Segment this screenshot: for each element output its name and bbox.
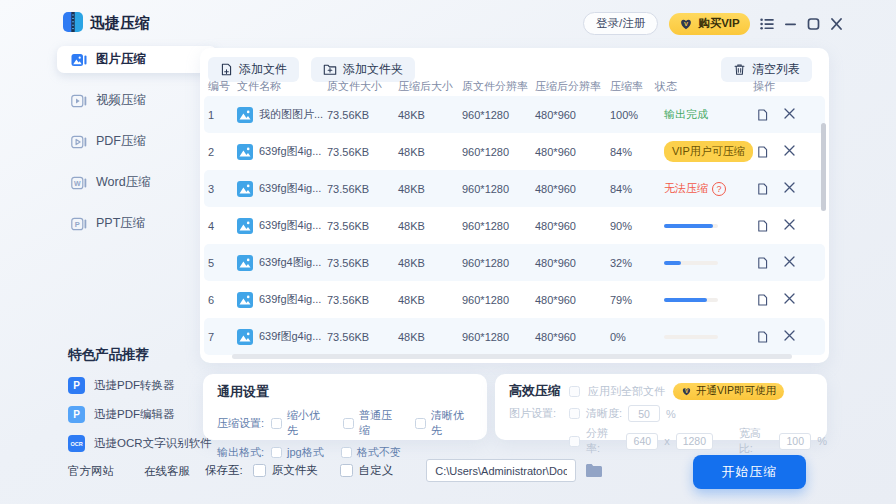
filename-text: 639fg4图ig... <box>259 255 321 270</box>
cell-number: 2 <box>208 146 237 158</box>
question-circle-icon[interactable]: ? <box>712 182 726 196</box>
cell-compression-rate: 90% <box>610 220 655 232</box>
start-compress-button[interactable]: 开始压缩 <box>693 455 806 489</box>
file-image-icon <box>237 329 253 345</box>
promo-item[interactable]: P迅捷PDF编辑器 <box>68 406 212 423</box>
app-title: 迅捷压缩 <box>90 14 150 33</box>
cell-status <box>655 335 753 339</box>
remove-file-icon[interactable] <box>784 145 795 159</box>
svg-text:V: V <box>684 20 688 26</box>
cell-compression-rate: 32% <box>610 257 655 269</box>
cell-original-size: 73.56KB <box>327 146 398 158</box>
column-header: 状态 <box>655 79 753 94</box>
cell-original-resolution: 960*1280 <box>462 257 535 269</box>
clarity-input[interactable] <box>628 405 660 422</box>
open-file-icon[interactable] <box>756 293 769 307</box>
add-folder-label: 添加文件夹 <box>343 61 403 78</box>
cell-compressed-resolution: 480*960 <box>535 220 610 232</box>
remove-file-icon[interactable] <box>784 256 795 270</box>
buy-vip-button[interactable]: V 购买VIP <box>669 13 750 35</box>
vip-heart-icon: V <box>679 18 693 30</box>
progress-fill <box>664 224 713 228</box>
promo-item[interactable]: OCR迅捷OCR文字识别软件 <box>68 435 212 452</box>
save-path-input[interactable] <box>426 459 576 482</box>
cell-original-size: 73.56KB <box>327 257 398 269</box>
pdf-converter-icon: P <box>68 377 85 394</box>
open-file-icon[interactable] <box>756 219 769 233</box>
login-register-button[interactable]: 登录/注册 <box>583 12 658 35</box>
cell-status <box>655 261 753 265</box>
remove-file-icon[interactable] <box>784 293 795 307</box>
apply-all-label: 应用到全部文件 <box>588 384 665 399</box>
remove-file-icon[interactable] <box>784 330 795 344</box>
filename-text: 639fg图4ig... <box>259 292 321 307</box>
table-row: 7639f图g4ig...73.56KB48KB960*1280480*9600… <box>204 318 825 355</box>
footer-link-online-support[interactable]: 在线客服 <box>144 464 190 479</box>
progress-fill <box>664 261 681 265</box>
resolution-height-input[interactable] <box>676 433 713 450</box>
option-checkbox[interactable] <box>271 418 282 429</box>
column-header: 压缩后分辨率 <box>535 79 610 94</box>
open-file-icon[interactable] <box>756 182 769 196</box>
apply-all-checkbox[interactable] <box>569 386 580 397</box>
cell-number: 6 <box>208 294 237 306</box>
cell-original-resolution: 960*1280 <box>462 331 535 343</box>
sidebar-item-label: PPT压缩 <box>96 215 145 232</box>
open-file-icon[interactable] <box>756 256 769 270</box>
remove-file-icon[interactable] <box>784 182 795 196</box>
open-vip-badge[interactable]: V 开通VIP即可使用 <box>673 383 784 400</box>
resolution-checkbox[interactable] <box>569 436 580 447</box>
horizontal-scrollbar[interactable] <box>232 354 792 359</box>
settings-row: 压缩设置:缩小优先普通压缩清晰优先 <box>217 408 487 438</box>
browse-folder-icon[interactable] <box>585 463 603 478</box>
sidebar-item-ppt[interactable]: PPPT压缩 <box>57 210 217 237</box>
clear-list-label: 清空列表 <box>752 61 800 78</box>
table-row: 2639fg图4ig...73.56KB48KB960*1280480*9608… <box>204 133 825 170</box>
option-label: 普通压缩 <box>359 408 398 438</box>
vip-heart-icon: V <box>681 387 692 396</box>
sidebar-item-image[interactable]: 图片压缩 <box>57 46 217 73</box>
cell-operations <box>753 293 823 307</box>
custom-folder-checkbox[interactable] <box>340 464 353 477</box>
promo-item[interactable]: P迅捷PDF转换器 <box>68 377 212 394</box>
sidebar-item-word[interactable]: WWord压缩 <box>57 169 217 196</box>
original-folder-checkbox[interactable] <box>253 464 266 477</box>
close-icon[interactable] <box>830 18 843 30</box>
resolution-width-input[interactable] <box>626 433 658 450</box>
progress-bar <box>664 335 718 339</box>
app-window: 迅捷压缩 登录/注册 V 购买VIP 图片压缩视频压缩PDF压缩WWord压缩P… <box>0 0 896 504</box>
cell-compressed-size: 48KB <box>398 294 462 306</box>
promo-item-label: 迅捷OCR文字识别软件 <box>94 436 212 451</box>
remove-file-icon[interactable] <box>784 108 795 122</box>
option-checkbox[interactable] <box>343 418 354 429</box>
option-checkbox[interactable] <box>415 418 426 429</box>
menu-list-icon[interactable] <box>760 18 774 30</box>
option-label: 缩小优先 <box>287 408 326 438</box>
open-file-icon[interactable] <box>756 145 769 159</box>
svg-text:W: W <box>74 179 81 186</box>
open-file-icon[interactable] <box>756 108 769 122</box>
maximize-icon[interactable] <box>807 18 820 30</box>
filename-text: 639fg图4ig... <box>259 144 321 159</box>
pdf-compress-icon <box>71 134 87 150</box>
efficient-title: 高效压缩 <box>509 382 561 400</box>
open-file-icon[interactable] <box>756 330 769 344</box>
save-to-label: 保存至: <box>205 463 243 478</box>
footer-link-official-site[interactable]: 官方网站 <box>68 464 114 479</box>
aspect-ratio-input[interactable] <box>779 433 811 450</box>
minimize-icon[interactable] <box>784 18 797 30</box>
cell-original-resolution: 960*1280 <box>462 183 535 195</box>
column-header: 压缩率 <box>610 79 655 94</box>
sidebar-item-video[interactable]: 视频压缩 <box>57 87 217 114</box>
sidebar-item-pdf[interactable]: PDF压缩 <box>57 128 217 155</box>
trash-icon <box>733 63 746 76</box>
cell-number: 4 <box>208 220 237 232</box>
original-folder-label: 原文件夹 <box>272 463 318 478</box>
clarity-checkbox[interactable] <box>569 408 580 419</box>
cell-filename: 我的图图片... <box>237 107 327 123</box>
vertical-scrollbar[interactable] <box>821 123 826 211</box>
remove-file-icon[interactable] <box>784 219 795 233</box>
file-image-icon <box>237 144 253 160</box>
cell-original-resolution: 960*1280 <box>462 109 535 121</box>
table-row: 4639fg图4ig...73.56KB48KB960*1280480*9609… <box>204 207 825 244</box>
